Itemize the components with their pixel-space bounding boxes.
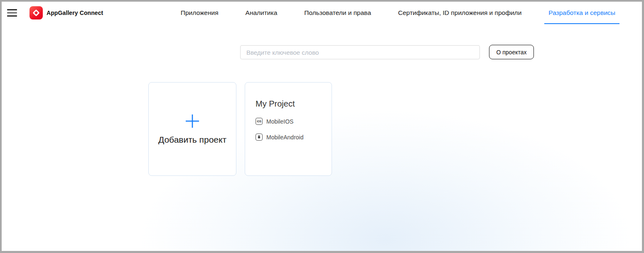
android-robot-glyph (257, 135, 261, 139)
nav-item-apps[interactable]: Приложения (181, 2, 219, 24)
add-project-label: Добавить проект (158, 135, 226, 145)
about-projects-button[interactable]: О проектах (489, 45, 534, 59)
diamond-glyph (33, 10, 40, 17)
android-platform-icon (256, 134, 263, 141)
project-card[interactable]: My Project iOS MobileIOS (245, 82, 332, 176)
appgallery-connect-logo[interactable]: AppGallery Connect (29, 6, 103, 19)
nav-item-users-permissions[interactable]: Пользователи и права (304, 2, 371, 24)
brand-name: AppGallery Connect (47, 10, 103, 16)
app-list: iOS MobileIOS MobileAndroid (256, 118, 332, 141)
app-window: AppGallery Connect Приложения Аналитика … (2, 2, 642, 251)
nav-item-development-services[interactable]: Разработка и сервисы (548, 2, 615, 24)
app-row-android[interactable]: MobileAndroid (256, 134, 332, 141)
appgallery-logo-icon (29, 6, 43, 19)
nav-item-certificates-ids-profiles[interactable]: Сертификаты, ID приложения и профили (398, 2, 521, 24)
app-row-ios[interactable]: iOS MobileIOS (256, 118, 332, 125)
main-nav: Приложения Аналитика Пользователи и прав… (181, 2, 642, 24)
projects-page: О проектах Добавить проект My Project iO… (2, 24, 642, 251)
add-project-card[interactable]: Добавить проект (148, 82, 236, 176)
search-input[interactable] (240, 45, 480, 59)
nav-item-analytics[interactable]: Аналитика (246, 2, 278, 24)
top-nav-bar: AppGallery Connect Приложения Аналитика … (2, 2, 642, 24)
plus-icon (185, 114, 199, 128)
ios-platform-icon: iOS (256, 118, 263, 125)
hamburger-menu-icon[interactable] (7, 9, 17, 17)
project-title: My Project (256, 98, 332, 109)
app-name: MobileAndroid (266, 134, 304, 141)
app-name: MobileIOS (266, 118, 293, 125)
